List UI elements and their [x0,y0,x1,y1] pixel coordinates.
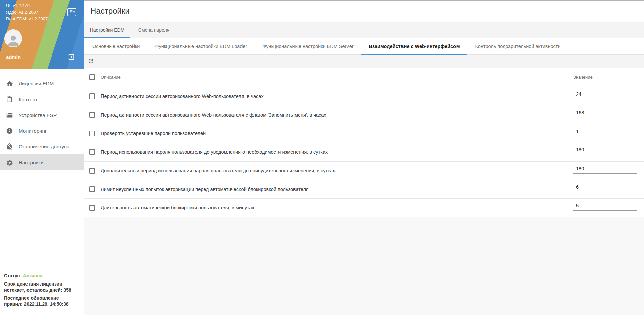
value-input[interactable] [573,128,637,136]
sidebar-item-access-restriction[interactable]: Ограничение доступа [0,139,84,154]
gear-icon [6,159,13,166]
tab-edm-loader-settings[interactable]: Функциональные настройки EDM Loader [147,38,255,54]
table-row: Период активности сессии авторизованного… [84,87,644,106]
sidebar-item-devices-esr[interactable]: Устройства ESR [0,107,84,123]
sidebar-item-license-edm[interactable]: Лицензия EDM [0,76,84,91]
setting-description: Дополнительный период использования паро… [101,168,335,173]
sidebar: UI: v1.2.476 Ядро: v1.2.2007 Root EDM: v… [0,0,84,315]
value-input[interactable] [573,203,637,211]
main-content: Настройки Настройки EDM Смена пароля Осн… [84,0,644,315]
value-input[interactable] [573,91,637,99]
page-title: Настройки [84,1,644,16]
exit-icon [68,57,75,62]
row-checkbox[interactable] [89,149,95,155]
sidebar-header: UI: v1.2.476 Ядро: v1.2.2007 Root EDM: v… [0,0,84,69]
sidebar-item-label: Ограничение доступа [19,144,69,149]
value-input[interactable] [573,184,637,192]
refresh-icon [88,60,94,65]
row-checkbox[interactable] [89,93,95,99]
tab-settings-edm[interactable]: Настройки EDM [84,22,130,38]
row-checkbox[interactable] [89,168,95,174]
tab-suspicious-activity-control[interactable]: Контроль подозрительной активности [467,38,568,54]
refresh-button[interactable] [87,58,95,65]
table-row: Дополнительный период использования паро… [84,162,644,180]
setting-description: Проверять устаревшие пароли пользователе… [101,131,206,136]
setting-description: Период использования пароля пользователя… [101,149,328,155]
row-checkbox[interactable] [89,112,95,118]
person-icon [6,33,21,47]
status-label: Статус: [4,273,21,278]
table-row: Период активности сессии авторизованного… [84,106,644,125]
language-toggle-button[interactable]: En [67,8,76,16]
no-access-icon [6,143,13,150]
table-row: Лимит неуспешных попыток авторизации пер… [84,180,644,199]
row-checkbox[interactable] [89,186,95,192]
value-input[interactable] [573,110,637,118]
content-background [84,217,644,315]
clipboard-icon [6,96,13,103]
storage-icon [6,112,13,119]
license-status-block: Статус:Активна Срок действия лицензии ис… [4,273,80,307]
sidebar-item-label: Устройства ESR [19,112,57,118]
username: admin [6,54,21,60]
titlebar: Настройки [84,1,644,22]
sidebar-item-label: Настройки [19,160,44,165]
table-toolbar [84,55,644,68]
table-row: Проверять устаревшие пароли пользователе… [84,124,644,143]
tab-web-interface-interaction[interactable]: Взаимодействие с Web-интерфейсом [361,38,468,54]
sidebar-item-label: Лицензия EDM [19,81,54,86]
home-icon [6,80,13,87]
column-header-value: Значение [573,75,593,80]
sidebar-item-content[interactable]: Контент [0,91,84,107]
column-header-description: Описание [101,75,121,80]
table-row: Период использования пароля пользователя… [84,143,644,162]
setting-description: Лимит неуспешных попыток авторизации пер… [101,187,309,192]
table-row: Длительность автоматической блокировки п… [84,199,644,217]
avatar [4,29,22,47]
setting-description: Период активности сессии авторизованного… [101,93,264,99]
sidebar-item-label: Контент [19,97,38,102]
sidebar-item-label: Мониторинг [19,128,47,134]
version-core: Ядро: v1.2.2007 [6,9,48,16]
status-value: Активна [23,273,42,278]
sidebar-item-monitoring[interactable]: Мониторинг [0,123,84,139]
version-info: UI: v1.2.476 Ядро: v1.2.2007 Root EDM: v… [6,2,48,22]
sidebar-menu: Лицензия EDM Контент Устройства ESR Мони… [0,76,84,170]
tab-change-password[interactable]: Смена пароля [130,22,177,38]
secondary-tabs: Основные настройки Функциональные настро… [84,38,644,55]
table-body: Период активности сессии авторизованного… [84,87,644,217]
logout-button[interactable] [67,53,75,61]
info-icon [6,127,13,135]
license-expiry-text: Срок действия лицензии истекает, осталос… [4,281,80,293]
value-input[interactable] [573,147,637,155]
app-window: UI: v1.2.476 Ядро: v1.2.2007 Root EDM: v… [0,0,644,315]
table-header: Описание Значение [84,68,644,87]
sidebar-item-settings[interactable]: Настройки [0,154,84,170]
primary-tabs: Настройки EDM Смена пароля [84,22,644,38]
row-checkbox[interactable] [89,205,95,211]
setting-description: Длительность автоматической блокировки п… [101,205,254,210]
status-line: Статус:Активна [4,273,80,279]
tab-edm-server-settings[interactable]: Функциональные настройки EDM Server [255,38,361,54]
select-all-checkbox[interactable] [89,74,95,80]
last-update-text: Последнее обновление правил: 2022.11.29,… [4,295,80,307]
version-root-edm: Root EDM: v1.2.2007 [6,16,48,22]
row-checkbox[interactable] [89,131,95,136]
version-ui: UI: v1.2.476 [6,2,48,9]
setting-description: Период активности сессии авторизованного… [101,112,326,118]
value-input[interactable] [573,166,637,174]
tab-basic-settings[interactable]: Основные настройки [85,38,147,54]
